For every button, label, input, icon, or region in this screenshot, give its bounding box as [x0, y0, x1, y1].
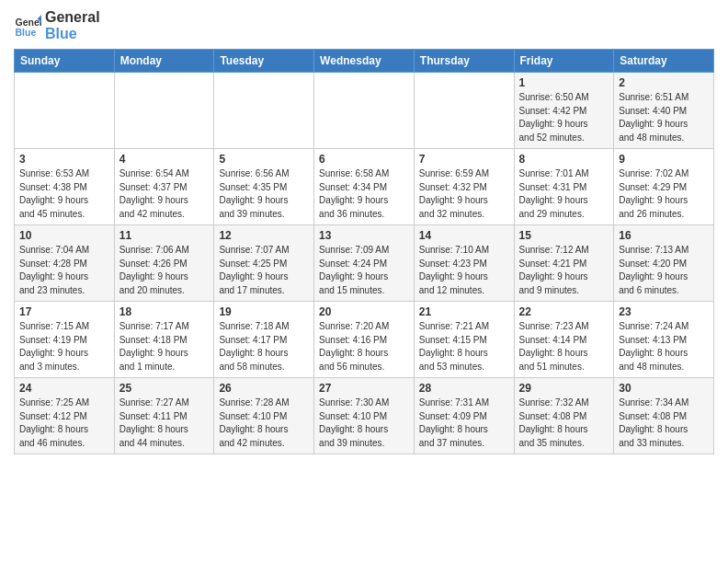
day-number: 10 — [19, 229, 109, 242]
day-number: 14 — [419, 229, 509, 242]
logo-line1: General — [45, 9, 100, 26]
week-row-3: 10Sunrise: 7:04 AM Sunset: 4:28 PM Dayli… — [15, 225, 714, 302]
day-number: 15 — [519, 229, 609, 242]
week-row-4: 17Sunrise: 7:15 AM Sunset: 4:19 PM Dayli… — [15, 302, 714, 378]
calendar-cell: 22Sunrise: 7:23 AM Sunset: 4:14 PM Dayli… — [514, 302, 614, 378]
logo-icon: General Blue — [14, 12, 41, 40]
calendar-cell: 13Sunrise: 7:09 AM Sunset: 4:24 PM Dayli… — [314, 225, 415, 302]
day-info: Sunrise: 7:24 AM Sunset: 4:13 PM Dayligh… — [619, 320, 709, 373]
day-number: 9 — [619, 153, 709, 166]
day-number: 17 — [19, 305, 109, 318]
calendar-cell: 1Sunrise: 6:50 AM Sunset: 4:42 PM Daylig… — [514, 73, 614, 149]
calendar-cell: 7Sunrise: 6:59 AM Sunset: 4:32 PM Daylig… — [414, 149, 514, 225]
day-info: Sunrise: 6:51 AM Sunset: 4:40 PM Dayligh… — [619, 91, 709, 144]
calendar-cell: 3Sunrise: 6:53 AM Sunset: 4:38 PM Daylig… — [15, 149, 115, 225]
calendar-cell: 23Sunrise: 7:24 AM Sunset: 4:13 PM Dayli… — [614, 302, 714, 378]
weekday-header-saturday: Saturday — [614, 50, 714, 73]
day-info: Sunrise: 7:25 AM Sunset: 4:12 PM Dayligh… — [19, 396, 109, 450]
weekday-header-thursday: Thursday — [414, 50, 514, 73]
day-number: 19 — [219, 305, 309, 318]
weekday-header-monday: Monday — [114, 50, 214, 73]
calendar-cell: 18Sunrise: 7:17 AM Sunset: 4:18 PM Dayli… — [114, 302, 214, 378]
calendar-cell: 28Sunrise: 7:31 AM Sunset: 4:09 PM Dayli… — [414, 378, 514, 454]
day-info: Sunrise: 7:34 AM Sunset: 4:08 PM Dayligh… — [619, 396, 709, 450]
day-number: 27 — [319, 382, 409, 395]
day-number: 1 — [519, 76, 609, 89]
calendar-cell: 21Sunrise: 7:21 AM Sunset: 4:15 PM Dayli… — [414, 302, 514, 378]
calendar-cell: 17Sunrise: 7:15 AM Sunset: 4:19 PM Dayli… — [15, 302, 115, 378]
weekday-header-row: SundayMondayTuesdayWednesdayThursdayFrid… — [15, 50, 714, 73]
calendar-cell — [114, 73, 214, 149]
day-info: Sunrise: 7:01 AM Sunset: 4:31 PM Dayligh… — [519, 167, 609, 221]
header: General Blue General Blue — [14, 9, 714, 41]
day-number: 2 — [619, 76, 709, 89]
day-number: 12 — [219, 229, 309, 242]
calendar-cell: 16Sunrise: 7:13 AM Sunset: 4:20 PM Dayli… — [614, 225, 714, 302]
calendar-cell: 26Sunrise: 7:28 AM Sunset: 4:10 PM Dayli… — [214, 378, 314, 454]
calendar-cell — [414, 73, 514, 149]
calendar-cell — [314, 73, 415, 149]
page-container: General Blue General Blue SundayMondayTu… — [0, 0, 728, 464]
weekday-header-sunday: Sunday — [15, 50, 115, 73]
day-number: 30 — [619, 382, 709, 395]
logo-line2: Blue — [45, 26, 100, 42]
day-number: 28 — [419, 382, 509, 395]
day-number: 25 — [119, 382, 210, 395]
day-info: Sunrise: 7:32 AM Sunset: 4:08 PM Dayligh… — [519, 396, 609, 450]
day-info: Sunrise: 7:30 AM Sunset: 4:10 PM Dayligh… — [319, 396, 409, 450]
day-info: Sunrise: 6:56 AM Sunset: 4:35 PM Dayligh… — [219, 167, 309, 221]
day-info: Sunrise: 7:13 AM Sunset: 4:20 PM Dayligh… — [619, 244, 709, 297]
weekday-header-wednesday: Wednesday — [314, 50, 415, 73]
calendar-cell: 4Sunrise: 6:54 AM Sunset: 4:37 PM Daylig… — [114, 149, 214, 225]
day-info: Sunrise: 7:04 AM Sunset: 4:28 PM Dayligh… — [19, 244, 109, 297]
weekday-header-tuesday: Tuesday — [214, 50, 314, 73]
day-info: Sunrise: 7:09 AM Sunset: 4:24 PM Dayligh… — [319, 244, 409, 297]
calendar-cell: 9Sunrise: 7:02 AM Sunset: 4:29 PM Daylig… — [614, 149, 714, 225]
logo: General Blue General Blue — [14, 9, 100, 41]
day-number: 6 — [319, 153, 409, 166]
calendar-cell: 2Sunrise: 6:51 AM Sunset: 4:40 PM Daylig… — [614, 73, 714, 149]
calendar-cell: 15Sunrise: 7:12 AM Sunset: 4:21 PM Dayli… — [514, 225, 614, 302]
calendar-cell: 10Sunrise: 7:04 AM Sunset: 4:28 PM Dayli… — [15, 225, 115, 302]
day-info: Sunrise: 7:17 AM Sunset: 4:18 PM Dayligh… — [119, 320, 210, 373]
calendar-cell: 25Sunrise: 7:27 AM Sunset: 4:11 PM Dayli… — [114, 378, 214, 454]
calendar-cell: 30Sunrise: 7:34 AM Sunset: 4:08 PM Dayli… — [614, 378, 714, 454]
day-info: Sunrise: 6:50 AM Sunset: 4:42 PM Dayligh… — [519, 91, 609, 144]
calendar-cell — [15, 73, 115, 149]
day-number: 26 — [219, 382, 309, 395]
calendar-cell: 12Sunrise: 7:07 AM Sunset: 4:25 PM Dayli… — [214, 225, 314, 302]
day-info: Sunrise: 6:58 AM Sunset: 4:34 PM Dayligh… — [319, 167, 409, 221]
calendar-cell: 24Sunrise: 7:25 AM Sunset: 4:12 PM Dayli… — [15, 378, 115, 454]
day-number: 13 — [319, 229, 409, 242]
day-number: 11 — [119, 229, 210, 242]
day-info: Sunrise: 6:53 AM Sunset: 4:38 PM Dayligh… — [19, 167, 109, 221]
day-info: Sunrise: 7:23 AM Sunset: 4:14 PM Dayligh… — [519, 320, 609, 373]
day-number: 18 — [119, 305, 210, 318]
day-number: 7 — [419, 153, 509, 166]
weekday-header-friday: Friday — [514, 50, 614, 73]
day-info: Sunrise: 7:20 AM Sunset: 4:16 PM Dayligh… — [319, 320, 409, 373]
day-info: Sunrise: 7:07 AM Sunset: 4:25 PM Dayligh… — [219, 244, 309, 297]
day-number: 3 — [19, 153, 109, 166]
day-info: Sunrise: 6:59 AM Sunset: 4:32 PM Dayligh… — [419, 167, 509, 221]
calendar-cell: 27Sunrise: 7:30 AM Sunset: 4:10 PM Dayli… — [314, 378, 415, 454]
week-row-1: 1Sunrise: 6:50 AM Sunset: 4:42 PM Daylig… — [15, 73, 714, 149]
calendar-cell — [214, 73, 314, 149]
day-number: 16 — [619, 229, 709, 242]
day-number: 23 — [619, 305, 709, 318]
day-info: Sunrise: 7:02 AM Sunset: 4:29 PM Dayligh… — [619, 167, 709, 221]
svg-text:Blue: Blue — [16, 26, 37, 37]
calendar-cell: 6Sunrise: 6:58 AM Sunset: 4:34 PM Daylig… — [314, 149, 415, 225]
day-number: 24 — [19, 382, 109, 395]
day-number: 22 — [519, 305, 609, 318]
day-number: 5 — [219, 153, 309, 166]
calendar-cell: 29Sunrise: 7:32 AM Sunset: 4:08 PM Dayli… — [514, 378, 614, 454]
calendar-cell: 5Sunrise: 6:56 AM Sunset: 4:35 PM Daylig… — [214, 149, 314, 225]
calendar-table: SundayMondayTuesdayWednesdayThursdayFrid… — [14, 49, 714, 454]
calendar-cell: 8Sunrise: 7:01 AM Sunset: 4:31 PM Daylig… — [514, 149, 614, 225]
calendar-cell: 20Sunrise: 7:20 AM Sunset: 4:16 PM Dayli… — [314, 302, 415, 378]
day-number: 8 — [519, 153, 609, 166]
day-info: Sunrise: 7:31 AM Sunset: 4:09 PM Dayligh… — [419, 396, 509, 450]
day-number: 4 — [119, 153, 210, 166]
day-info: Sunrise: 7:10 AM Sunset: 4:23 PM Dayligh… — [419, 244, 509, 297]
